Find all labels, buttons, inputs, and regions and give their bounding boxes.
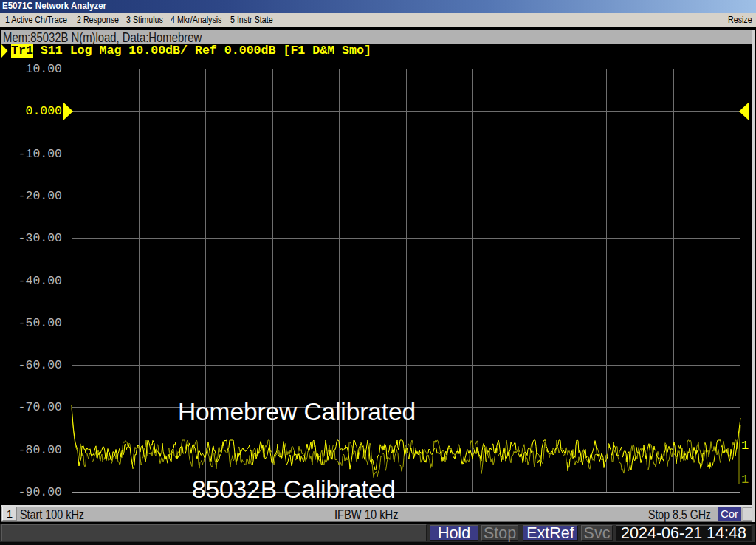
svg-text:1: 1 xyxy=(741,473,749,487)
svg-text:1: 1 xyxy=(741,439,749,453)
